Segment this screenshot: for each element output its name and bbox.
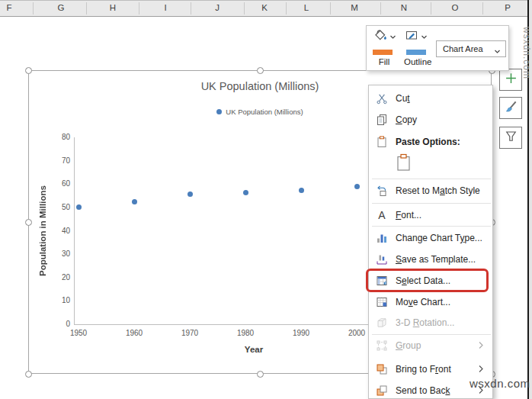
menu-item-label: Cut	[396, 93, 410, 104]
column-header-p[interactable]: P	[505, 3, 511, 12]
template-icon	[374, 253, 389, 265]
chart-resize-handle[interactable]	[257, 67, 264, 74]
data-point[interactable]	[243, 190, 248, 195]
menu-item-move-chart[interactable]: Move Chart...	[370, 291, 492, 313]
column-header-divider	[431, 2, 431, 14]
column-header-divider	[482, 2, 483, 14]
fill-bucket-icon	[373, 29, 388, 45]
menu-item-cut[interactable]: Cut	[370, 88, 492, 109]
column-header-m[interactable]: M	[351, 3, 358, 12]
data-point[interactable]	[354, 184, 360, 189]
column-header-divider	[244, 2, 245, 14]
column-header-n[interactable]: N	[401, 3, 407, 12]
mini-toolbar: Fill Outline Chart Area	[366, 25, 509, 71]
menu-item-group: Group	[370, 335, 492, 356]
y-axis-tick-label: 50	[52, 203, 70, 211]
menu-item-label: 3-D Rotation...	[396, 317, 454, 328]
column-header-g[interactable]: G	[58, 3, 65, 12]
chart-resize-handle[interactable]	[25, 67, 32, 74]
fill-button[interactable]: Fill	[373, 29, 396, 69]
watermark-side: wsxdn.com	[521, 27, 532, 79]
context-menu: CutCopyPaste Options:Reset to Match Styl…	[368, 85, 493, 399]
y-axis-tick-label: 20	[52, 273, 70, 282]
y-axis-tick-label: 30	[52, 249, 70, 258]
data-point[interactable]	[76, 204, 82, 210]
outline-label: Outline	[404, 57, 431, 66]
menu-item-change-chart-type[interactable]: Change Chart Type...	[370, 227, 492, 249]
excel-worksheet: FGHIJKLMNOP UK Population (Millions) UK …	[0, 0, 532, 399]
menu-item-label: Paste Options:	[396, 137, 460, 147]
data-point[interactable]	[132, 199, 137, 204]
y-axis-tick-label: 70	[52, 156, 70, 165]
plus-icon	[505, 72, 518, 88]
menu-item-label: Save as Template...	[396, 254, 476, 265]
chart-styles-button[interactable]	[499, 97, 522, 119]
y-axis-tick-label: 80	[52, 133, 70, 141]
clipboard-icon	[374, 136, 389, 148]
scissors-icon	[374, 92, 389, 105]
menu-item-label: Bring to Front	[396, 364, 451, 375]
column-header-k[interactable]: K	[261, 3, 268, 12]
fill-chevron-down-icon[interactable]	[389, 29, 396, 43]
brush-icon	[504, 100, 518, 117]
menu-item-paste-options[interactable]: Paste Options:	[370, 131, 492, 153]
chart-type-icon	[374, 232, 389, 244]
y-axis-line	[74, 137, 75, 324]
x-axis-tick-label: 1970	[175, 329, 205, 337]
column-header-divider	[86, 2, 87, 14]
data-point[interactable]	[187, 191, 193, 197]
menu-item-font[interactable]: AFont...	[370, 204, 492, 226]
column-header-divider	[191, 2, 191, 14]
group-icon	[374, 339, 389, 352]
outline-color-swatch	[406, 50, 426, 55]
selector-chevron-down-icon	[494, 47, 501, 56]
column-header-divider	[286, 2, 287, 14]
column-header-h[interactable]: H	[110, 3, 116, 12]
menu-item-reset-to-match-style[interactable]: Reset to Match Style	[370, 180, 492, 201]
column-header-divider	[33, 2, 34, 14]
x-axis-tick-label: 1950	[63, 329, 94, 337]
menu-item-label: Copy	[396, 114, 417, 125]
bring-front-icon	[374, 363, 389, 375]
y-axis-title[interactable]: Population in Millions	[38, 137, 51, 324]
x-axis-tick-label: 1980	[230, 329, 261, 337]
font-icon: A	[374, 209, 389, 221]
menu-item-label: Group	[396, 340, 421, 351]
fill-label: Fill	[373, 57, 396, 66]
column-header-divider	[380, 2, 381, 14]
outline-chevron-down-icon[interactable]	[421, 29, 428, 43]
legend-marker-icon	[216, 109, 222, 114]
submenu-chevron-right-icon	[478, 365, 484, 375]
column-header-j[interactable]: J	[215, 3, 220, 12]
column-header-l[interactable]: L	[304, 3, 309, 12]
column-header-f[interactable]: F	[6, 3, 11, 12]
paste-clipboard-icon	[396, 153, 412, 175]
x-axis-tick-label: 1960	[119, 329, 149, 337]
menu-item-copy[interactable]: Copy	[370, 109, 492, 130]
watermark-bottom: wsxdn.com	[470, 377, 530, 390]
y-axis-tick-label: 60	[52, 179, 70, 188]
move-chart-icon	[374, 296, 389, 308]
menu-item-label: Send to Back	[396, 385, 450, 396]
outline-pencil-icon	[404, 29, 419, 44]
column-header-i[interactable]: I	[164, 3, 166, 12]
x-axis-title[interactable]: Year	[231, 345, 277, 354]
data-point[interactable]	[299, 188, 304, 193]
menu-item-save-as-template[interactable]: Save as Template...	[370, 249, 492, 270]
chart-resize-handle[interactable]	[25, 371, 32, 378]
column-header-o[interactable]: O	[452, 3, 459, 12]
chart-elements-button[interactable]	[499, 69, 522, 91]
chart-filters-button[interactable]	[499, 127, 522, 149]
menu-item-label: Move Chart...	[396, 297, 450, 307]
chart-resize-handle[interactable]	[257, 371, 264, 378]
chart-resize-handle[interactable]	[25, 219, 32, 226]
menu-item-label: Reset to Match Style	[396, 185, 480, 196]
column-header-divider	[139, 2, 139, 14]
menu-item-paste-keep-formatting[interactable]	[394, 154, 414, 174]
outline-button[interactable]: Outline	[404, 29, 431, 69]
chart-element-selector-value: Chart Area	[443, 44, 483, 53]
chart-element-selector[interactable]: Chart Area	[436, 40, 506, 57]
y-axis-tick-label: 10	[52, 296, 70, 304]
copy-icon	[374, 114, 389, 126]
funnel-icon	[505, 130, 518, 146]
